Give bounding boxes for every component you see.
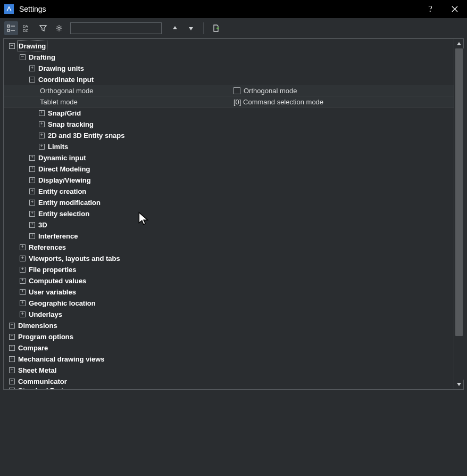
tree-label: Direct Modeling (38, 163, 90, 175)
tree-node-drawing[interactable]: Drawing (4, 40, 454, 52)
search-input[interactable] (70, 22, 162, 34)
tree-node-dimensions[interactable]: Dimensions (4, 320, 454, 331)
expand-icon[interactable] (29, 177, 35, 183)
help-button[interactable]: ? (418, 0, 443, 18)
svg-text:DA: DA (23, 24, 28, 28)
filter-button[interactable] (36, 21, 50, 35)
expand-icon[interactable] (9, 334, 15, 340)
tree-node-sheet-metal[interactable]: Sheet Metal (4, 365, 454, 376)
expand-icon[interactable] (39, 144, 45, 150)
expand-icon[interactable] (29, 188, 35, 194)
tree-node-entity-selection[interactable]: Entity selection (4, 208, 454, 219)
tree-label: Program options (18, 331, 73, 342)
collapse-icon[interactable] (20, 54, 26, 60)
collapse-icon[interactable] (9, 43, 15, 49)
scroll-track[interactable] (454, 48, 464, 380)
tree-node-viewports[interactable]: Viewports, layouts and tabs (4, 253, 454, 264)
scroll-down-arrow[interactable] (454, 380, 464, 389)
up-arrow-button[interactable] (168, 21, 182, 35)
tree-node-standard-parts[interactable]: Standard Parts (4, 387, 454, 389)
expand-icon[interactable] (29, 155, 35, 161)
tree-node-communicator[interactable]: Communicator (4, 376, 454, 387)
expand-icon[interactable] (9, 388, 15, 390)
tree-node-underlays[interactable]: Underlays (4, 309, 454, 320)
property-key: Orthogonal mode (4, 87, 234, 95)
expand-icon[interactable] (9, 367, 15, 373)
tree-node-user-variables[interactable]: User variables (4, 286, 454, 298)
expand-icon[interactable] (20, 256, 26, 261)
scroll-thumb[interactable] (455, 48, 463, 336)
tree-node-drawing-units[interactable]: Drawing units (4, 63, 454, 74)
tree-node-geographic-location[interactable]: Geographic location (4, 298, 454, 309)
tree-node-computed-values[interactable]: Computed values (4, 275, 454, 286)
tree-label: Drafting (29, 52, 55, 63)
expand-icon[interactable] (9, 356, 15, 362)
settings-tree[interactable]: Drawing Drafting Drawing units Coordinat… (4, 39, 454, 389)
property-value[interactable]: [0] Command selection mode (234, 98, 454, 106)
expand-icon[interactable] (29, 222, 35, 228)
property-value[interactable]: Orthogonal mode (234, 87, 454, 95)
tree-label: Entity modification (38, 197, 101, 208)
expand-icon[interactable] (9, 379, 15, 384)
checkbox[interactable] (234, 87, 240, 94)
expand-icon[interactable] (29, 211, 35, 217)
tree-label: Standard Parts (18, 387, 67, 389)
tree-label: 3D (38, 219, 47, 231)
tree-label: File properties (29, 264, 77, 275)
tree-node-entity-modification[interactable]: Entity modification (4, 197, 454, 208)
tree-node-interference[interactable]: Interference (4, 231, 454, 242)
expand-icon[interactable] (39, 133, 45, 138)
expand-icon[interactable] (20, 278, 26, 284)
window-title: Settings (19, 5, 418, 13)
tree-node-limits[interactable]: Limits (4, 141, 454, 152)
tree-node-program-options[interactable]: Program options (4, 331, 454, 342)
expand-icon[interactable] (29, 65, 35, 71)
expand-icon[interactable] (39, 110, 45, 116)
tree-label: Dynamic input (38, 152, 86, 163)
close-button[interactable] (443, 0, 467, 18)
tree-node-snap-grid[interactable]: Snap/Grid (4, 108, 454, 119)
tree-node-coordinate-input[interactable]: Coordinate input (4, 74, 454, 85)
tree-node-compare[interactable]: Compare (4, 342, 454, 354)
tree-node-entity-creation[interactable]: Entity creation (4, 186, 454, 197)
tree-node-3d[interactable]: 3D (4, 219, 454, 231)
settings-gear-button[interactable] (52, 21, 66, 35)
expand-icon[interactable] (39, 121, 45, 127)
vertical-scrollbar[interactable] (454, 39, 463, 389)
expand-icon[interactable] (20, 311, 26, 317)
expand-icon[interactable] (20, 244, 26, 250)
scroll-up-arrow[interactable] (454, 39, 464, 48)
expand-icon[interactable] (9, 323, 15, 329)
tree-node-snap-tracking[interactable]: Snap tracking (4, 119, 454, 130)
property-row-tablet-mode[interactable]: Tablet mode [0] Command selection mode (4, 96, 454, 108)
expand-icon[interactable] (20, 300, 26, 306)
expand-icon[interactable] (29, 233, 35, 239)
expand-icon[interactable] (9, 345, 15, 351)
property-key: Tablet mode (4, 98, 234, 106)
svg-text:DZ: DZ (23, 29, 28, 32)
tree-label: References (29, 242, 66, 253)
tree-node-direct-modeling[interactable]: Direct Modeling (4, 163, 454, 175)
expand-icon[interactable] (20, 289, 26, 295)
tree-label: User variables (29, 286, 76, 298)
tree-node-entity-snaps[interactable]: 2D and 3D Entity snaps (4, 130, 454, 141)
category-view-button[interactable] (4, 21, 18, 35)
export-button[interactable] (209, 21, 223, 35)
tree-label: Snap/Grid (48, 108, 81, 119)
tree-node-mechanical-drawing-views[interactable]: Mechanical drawing views (4, 354, 454, 365)
alpha-sort-button[interactable]: DADZ (20, 21, 34, 35)
down-arrow-button[interactable] (184, 21, 198, 35)
tree-label: Communicator (18, 376, 67, 387)
expand-icon[interactable] (20, 267, 26, 273)
tree-node-references[interactable]: References (4, 242, 454, 253)
expand-icon[interactable] (29, 200, 35, 206)
tree-label: Entity creation (38, 186, 86, 197)
tree-label: Entity selection (38, 208, 89, 219)
collapse-icon[interactable] (29, 77, 35, 83)
tree-node-display-viewing[interactable]: Display/Viewing (4, 175, 454, 186)
tree-node-drafting[interactable]: Drafting (4, 52, 454, 63)
tree-node-dynamic-input[interactable]: Dynamic input (4, 152, 454, 163)
property-row-orthogonal-mode[interactable]: Orthogonal mode Orthogonal mode (4, 85, 454, 96)
expand-icon[interactable] (29, 166, 35, 172)
tree-node-file-properties[interactable]: File properties (4, 264, 454, 275)
